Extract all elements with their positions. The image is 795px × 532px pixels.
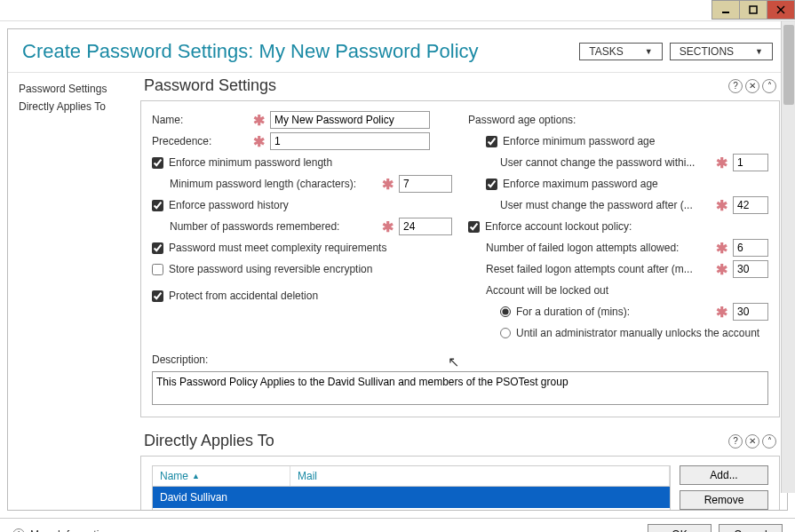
enforce-min-length-checkbox[interactable]	[152, 157, 163, 169]
required-icon: ✱	[377, 176, 399, 193]
cancel-button[interactable]: Cancel	[719, 524, 783, 533]
ok-button[interactable]: OK	[648, 524, 712, 533]
protect-label: Protect from accidental deletion	[169, 290, 318, 302]
vertical-scrollbar[interactable]	[781, 21, 795, 493]
reversible-label: Store password using reversible encrypti…	[169, 263, 372, 275]
remove-button[interactable]: Remove	[680, 490, 768, 510]
lockout-checkbox[interactable]	[468, 221, 480, 233]
column-header-mail[interactable]: Mail	[290, 466, 670, 486]
min-length-input[interactable]	[399, 175, 452, 193]
max-age-text: User must change the password after (...	[500, 199, 693, 211]
section-collapse-icon[interactable]: ˄	[762, 79, 776, 93]
lockout-label: Enforce account lockout policy:	[485, 220, 632, 233]
lockout-duration-input[interactable]	[733, 303, 768, 321]
complexity-checkbox[interactable]	[152, 242, 163, 254]
min-age-input[interactable]	[733, 154, 768, 171]
column-header-name[interactable]: Name▲	[153, 466, 290, 486]
section-title-directly-applies-to: Directly Applies To	[144, 432, 274, 450]
required-icon: ✱	[711, 197, 733, 214]
required-icon: ✱	[711, 261, 733, 278]
lockout-until-label: Until an administrator manually unlocks …	[516, 327, 759, 339]
enforce-history-label: Enforce password history	[169, 199, 289, 211]
required-icon: ✱	[711, 240, 733, 257]
description-label: Description:	[152, 353, 208, 366]
reversible-checkbox[interactable]	[152, 264, 163, 275]
page-title: Create Password Settings: My New Passwor…	[22, 40, 479, 63]
lockout-duration-radio[interactable]	[500, 306, 511, 317]
list-item[interactable]: PSOTest	[153, 508, 670, 510]
sidebar-item-password-settings[interactable]: Password Settings	[17, 80, 128, 98]
precedence-label: Precedence:	[152, 135, 248, 147]
history-count-label: Number of passwords remembered:	[170, 220, 339, 233]
min-age-text: User cannot change the password withi...	[500, 156, 695, 169]
section-collapse-icon[interactable]: ˄	[762, 434, 776, 449]
min-age-label: Enforce minimum password age	[503, 135, 655, 147]
sections-dropdown[interactable]: SECTIONS▼	[670, 43, 773, 60]
max-age-checkbox[interactable]	[486, 179, 497, 190]
lockout-locked-label: Account will be locked out	[486, 284, 608, 297]
lockout-reset-label: Reset failed logon attempts count after …	[486, 263, 693, 275]
protect-checkbox[interactable]	[152, 290, 163, 302]
max-age-label: Enforce maximum password age	[503, 178, 658, 190]
add-button[interactable]: Add...	[680, 465, 768, 485]
chevron-down-icon: ▼	[645, 47, 653, 56]
section-close-icon[interactable]: ✕	[745, 79, 759, 93]
tasks-dropdown[interactable]: TASKS▼	[579, 43, 662, 60]
description-input[interactable]	[152, 371, 768, 405]
min-length-label: Minimum password length (characters):	[170, 178, 356, 190]
more-information-toggle[interactable]: ˄More Information	[12, 528, 111, 533]
name-input[interactable]	[270, 111, 430, 129]
list-item[interactable]: David Sullivan	[153, 487, 670, 508]
history-count-input[interactable]	[399, 218, 452, 235]
required-icon: ✱	[248, 112, 270, 129]
section-close-icon[interactable]: ✕	[745, 434, 759, 449]
lockout-attempts-input[interactable]	[733, 239, 768, 257]
lockout-until-radio[interactable]	[500, 328, 511, 338]
enforce-history-checkbox[interactable]	[152, 200, 163, 211]
sidebar-item-directly-applies-to[interactable]: Directly Applies To	[17, 98, 128, 115]
section-help-icon[interactable]: ?	[728, 79, 743, 93]
section-help-icon[interactable]: ?	[728, 434, 743, 449]
precedence-input[interactable]	[270, 132, 430, 150]
applies-to-list[interactable]: Name▲ Mail David Sullivan PSOTest	[152, 465, 671, 510]
required-icon: ✱	[711, 155, 733, 171]
window-close-button[interactable]	[767, 0, 795, 20]
min-age-checkbox[interactable]	[486, 136, 497, 147]
window-maximize-button[interactable]	[739, 0, 767, 20]
required-icon: ✱	[377, 218, 399, 235]
lockout-duration-label: For a duration of (mins):	[516, 306, 630, 318]
lockout-attempts-label: Number of failed logon attempts allowed:	[486, 242, 679, 254]
window-minimize-button[interactable]	[712, 0, 740, 20]
required-icon: ✱	[711, 304, 733, 321]
scrollbar-thumb[interactable]	[783, 25, 794, 105]
required-icon: ✱	[248, 133, 270, 150]
name-label: Name:	[152, 114, 248, 126]
section-title-password-settings: Password Settings	[144, 76, 276, 95]
chevron-down-icon: ▼	[755, 47, 763, 56]
sort-asc-icon: ▲	[192, 472, 200, 480]
svg-rect-1	[750, 6, 757, 13]
lockout-reset-input[interactable]	[733, 260, 768, 278]
age-options-title: Password age options:	[468, 114, 576, 126]
enforce-min-length-label: Enforce minimum password length	[169, 156, 332, 169]
complexity-label: Password must meet complexity requiremen…	[169, 242, 386, 254]
max-age-input[interactable]	[733, 196, 768, 214]
chevron-up-icon: ˄	[12, 528, 25, 533]
